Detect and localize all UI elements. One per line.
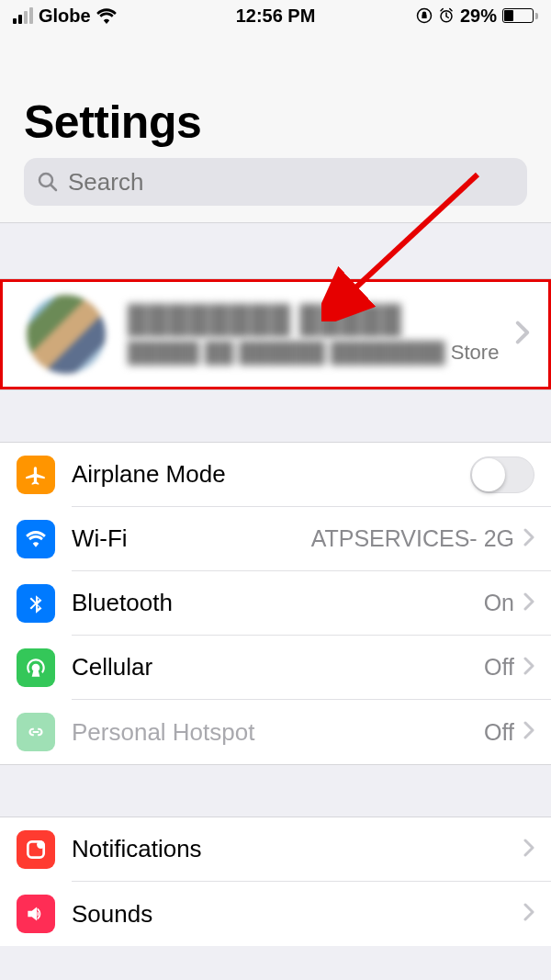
battery-percent: 29%: [460, 6, 497, 27]
row-bluetooth[interactable]: Bluetooth On: [0, 571, 551, 636]
clock: 12:56 PM: [236, 6, 316, 27]
notifications-icon: [17, 830, 55, 869]
row-detail: Off: [484, 719, 514, 746]
chevron-right-icon: [523, 657, 534, 679]
alarm-icon: [438, 7, 455, 24]
settings-group-alerts: Notifications Sounds: [0, 817, 551, 946]
search-icon: [37, 171, 59, 193]
carrier-label: Globe: [39, 6, 91, 27]
row-label: Notifications: [72, 835, 202, 863]
bluetooth-icon: [17, 584, 55, 623]
search-input[interactable]: [68, 168, 514, 197]
chevron-right-icon: [523, 721, 534, 743]
row-label: Airplane Mode: [72, 460, 226, 489]
row-detail: ATPSERVICES- 2G: [311, 525, 514, 552]
section-gap: [0, 764, 551, 817]
row-label: Bluetooth: [72, 589, 173, 617]
account-subtitle: █████ ██ ██████ ████████ Store: [128, 341, 515, 365]
chevron-right-icon: [523, 839, 534, 861]
chevron-right-icon: [523, 592, 534, 614]
row-notifications[interactable]: Notifications: [0, 817, 551, 882]
chevron-right-icon: [523, 903, 534, 925]
svg-line-3: [51, 185, 56, 190]
row-airplane-mode[interactable]: Airplane Mode: [0, 443, 551, 507]
row-cellular[interactable]: Cellular Off: [0, 636, 551, 700]
account-name: ████████ █████: [128, 304, 515, 335]
row-label: Personal Hotspot: [72, 718, 254, 747]
apple-id-row[interactable]: ████████ █████ █████ ██ ██████ ████████ …: [0, 279, 551, 389]
row-label: Sounds: [72, 900, 152, 929]
svg-point-6: [37, 840, 45, 849]
status-bar: Globe 12:56 PM 29%: [0, 0, 551, 31]
row-detail: Off: [484, 654, 514, 681]
row-personal-hotspot[interactable]: Personal Hotspot Off: [0, 700, 551, 764]
section-gap: [0, 222, 551, 279]
settings-group-connectivity: Airplane Mode Wi-Fi ATPSERVICES- 2G: [0, 443, 551, 764]
airplane-toggle[interactable]: [470, 456, 534, 493]
wifi-icon: [96, 7, 117, 24]
hotspot-icon: [17, 713, 55, 751]
header: Settings: [0, 31, 551, 158]
airplane-icon: [17, 456, 55, 494]
avatar: [27, 295, 106, 374]
section-gap: [0, 389, 551, 443]
search-field[interactable]: [24, 158, 527, 206]
sounds-icon: [17, 895, 55, 933]
row-label: Wi-Fi: [72, 524, 128, 553]
cellular-icon: [17, 648, 55, 687]
row-label: Cellular: [72, 653, 152, 681]
battery-icon: [502, 8, 538, 23]
rotation-lock-icon: [416, 7, 433, 24]
wifi-settings-icon: [17, 520, 55, 558]
page-title: Settings: [24, 96, 527, 149]
cellular-signal-icon: [13, 7, 33, 24]
row-wifi[interactable]: Wi-Fi ATPSERVICES- 2G: [0, 507, 551, 571]
chevron-right-icon: [515, 321, 530, 348]
chevron-right-icon: [523, 528, 534, 550]
row-sounds[interactable]: Sounds: [0, 882, 551, 946]
row-detail: On: [484, 590, 514, 616]
